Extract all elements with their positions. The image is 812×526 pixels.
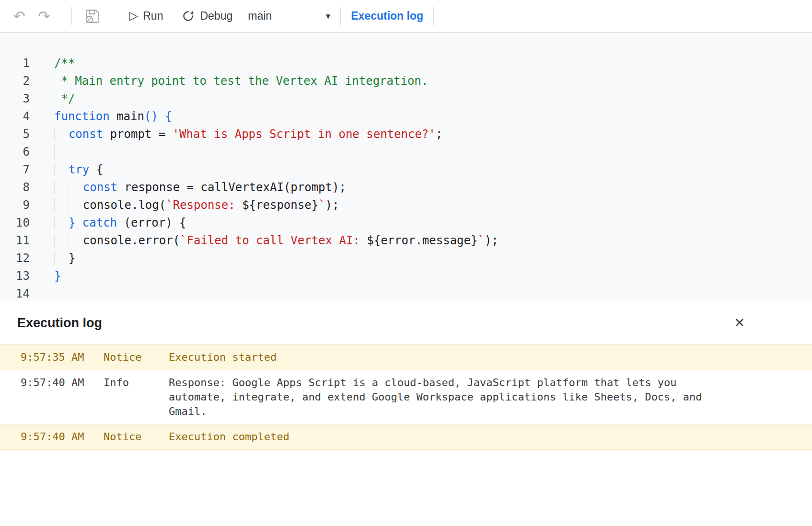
code-text: function main() { <box>54 108 172 126</box>
code-text: * Main entry point to test the Vertex AI… <box>54 72 428 90</box>
code-token: */ <box>54 92 75 105</box>
code-token: ${response} <box>242 198 318 212</box>
code-token: `Response: <box>166 198 242 212</box>
code-token: const <box>69 127 103 141</box>
redo-button[interactable]: ↷ <box>36 9 52 23</box>
code-editor[interactable]: 1/**2 * Main entry point to test the Ver… <box>0 33 812 301</box>
log-entries: 9:57:35 AMNoticeExecution started9:57:40… <box>0 344 812 450</box>
code-token <box>54 127 69 141</box>
code-line[interactable]: 4function main() { <box>0 108 812 126</box>
code-text: } catch (error) { <box>54 214 186 232</box>
code-line[interactable]: 8 const response = callVertexAI(prompt); <box>0 179 812 196</box>
line-number[interactable]: 8 <box>0 179 30 196</box>
line-number[interactable]: 3 <box>0 90 30 108</box>
code-line[interactable]: 6 <box>0 143 812 161</box>
code-token <box>54 198 69 212</box>
code-token: ` <box>477 234 484 247</box>
line-number[interactable]: 12 <box>0 250 30 267</box>
log-level: Notice <box>104 430 169 444</box>
code-token: (error) { <box>117 216 186 229</box>
code-line[interactable]: 7 try { <box>0 161 812 179</box>
code-text: try { <box>54 161 103 179</box>
log-entry: 9:57:35 AMNoticeExecution started <box>0 344 812 370</box>
code-token: ); <box>325 198 339 212</box>
code-lines: 1/**2 * Main entry point to test the Ver… <box>0 55 812 301</box>
code-token: const <box>83 181 117 194</box>
line-number[interactable]: 7 <box>0 161 30 179</box>
code-text: } <box>54 250 75 267</box>
line-number[interactable]: 10 <box>0 214 30 232</box>
code-text: const response = callVertexAI(prompt); <box>54 179 346 196</box>
code-line[interactable]: 1/** <box>0 55 812 72</box>
code-line[interactable]: 11 console.error(`Failed to call Vertex … <box>0 232 812 250</box>
log-level: Notice <box>104 350 169 365</box>
toolbar-divider <box>340 7 341 25</box>
code-text: */ <box>54 90 75 108</box>
run-button-label: Run <box>143 10 163 23</box>
code-line[interactable]: 3 */ <box>0 90 812 108</box>
debug-button[interactable]: Debug <box>181 9 232 23</box>
code-token: try <box>69 163 89 176</box>
code-token: ; <box>436 127 442 141</box>
line-number[interactable]: 5 <box>0 126 30 143</box>
log-message: Execution started <box>169 350 711 365</box>
line-number[interactable]: 2 <box>0 72 30 90</box>
redo-icon: ↷ <box>38 9 50 23</box>
log-message: Response: Google Apps Script is a cloud-… <box>169 376 711 419</box>
save-project-icon <box>84 8 101 24</box>
code-token: 'What is Apps Script in one sentence?' <box>173 127 436 141</box>
chevron-down-icon: ▾ <box>326 11 331 21</box>
code-line[interactable]: 12 } <box>0 250 812 267</box>
code-token: ` <box>318 198 325 212</box>
editor-toolbar: ↶ ↷ ▷ Run Debug main ▾ <box>0 0 812 33</box>
function-selector-dropdown[interactable]: main ▾ <box>248 10 330 23</box>
code-token <box>54 234 69 247</box>
code-token: () <box>144 110 158 123</box>
code-line[interactable]: 5 const prompt = 'What is Apps Script in… <box>0 126 812 143</box>
code-token: `Failed to call Vertex AI: <box>180 234 367 247</box>
line-number[interactable]: 6 <box>0 143 30 161</box>
code-token: prompt = <box>103 127 173 141</box>
log-time: 9:57:40 AM <box>0 376 104 419</box>
execution-log-button[interactable]: Execution log <box>351 10 423 23</box>
code-line[interactable]: 14 <box>0 285 812 301</box>
code-text: console.log(`Response: ${response}`); <box>54 196 339 214</box>
code-token <box>54 252 69 265</box>
code-token: main <box>110 110 144 123</box>
run-icon: ▷ <box>129 10 138 22</box>
code-text: /** <box>54 55 75 72</box>
line-number[interactable]: 1 <box>0 55 30 72</box>
undo-button[interactable]: ↶ <box>12 9 27 23</box>
close-icon: ✕ <box>734 316 745 330</box>
code-token: function <box>54 110 110 123</box>
code-text: } <box>54 267 61 285</box>
code-token <box>69 181 83 194</box>
code-token: { <box>89 163 103 176</box>
code-line[interactable]: 2 * Main entry point to test the Vertex … <box>0 72 812 90</box>
line-number[interactable]: 9 <box>0 196 30 214</box>
line-number[interactable]: 13 <box>0 267 30 285</box>
line-number[interactable]: 14 <box>0 285 30 301</box>
code-token: } catch <box>69 216 117 229</box>
code-token <box>69 198 83 212</box>
code-text <box>54 143 69 161</box>
run-button[interactable]: ▷ Run <box>129 10 163 23</box>
undo-icon: ↶ <box>13 9 25 23</box>
close-execution-log-button[interactable]: ✕ <box>734 317 745 330</box>
function-selector-value: main <box>248 10 272 23</box>
log-message: Execution completed <box>169 430 711 444</box>
save-project-button[interactable] <box>83 8 102 24</box>
code-token <box>54 163 69 176</box>
code-line[interactable]: 10 } catch (error) { <box>0 214 812 232</box>
code-line[interactable]: 13} <box>0 267 812 285</box>
line-number[interactable]: 4 <box>0 108 30 126</box>
toolbar-divider <box>71 7 72 25</box>
code-line[interactable]: 9 console.log(`Response: ${response}`); <box>0 196 812 214</box>
code-token <box>158 110 165 123</box>
log-time: 9:57:40 AM <box>0 430 104 444</box>
code-token: * Main entry point to test the Vertex AI… <box>54 74 428 88</box>
line-number[interactable]: 11 <box>0 232 30 250</box>
debug-icon <box>181 9 195 23</box>
execution-log-panel: Execution log ✕ 9:57:35 AMNoticeExecutio… <box>0 301 812 526</box>
debug-button-label: Debug <box>200 10 232 23</box>
